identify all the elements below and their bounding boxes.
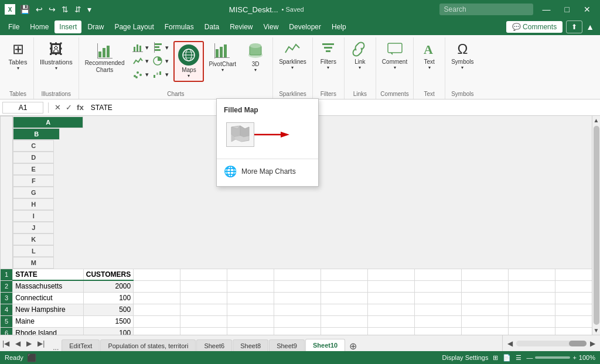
cell-l5[interactable] bbox=[555, 315, 592, 327]
sort-desc-button[interactable]: ⇵ bbox=[72, 4, 84, 15]
more-map-charts-item[interactable]: 🌐 More Map Charts bbox=[217, 162, 318, 181]
cell-l6[interactable] bbox=[555, 327, 592, 335]
menu-draw[interactable]: Draw bbox=[83, 20, 108, 33]
col-header-k[interactable]: K bbox=[13, 233, 54, 245]
h-scroll-left[interactable]: ◀ bbox=[505, 338, 515, 349]
cell-h1[interactable] bbox=[368, 269, 415, 280]
cell-k6[interactable] bbox=[509, 327, 555, 335]
cell-j4[interactable] bbox=[462, 304, 509, 315]
cell-a4[interactable]: New Hampshire bbox=[13, 304, 84, 315]
cell-c6[interactable] bbox=[134, 327, 180, 335]
cell-f2[interactable] bbox=[274, 280, 321, 292]
cell-a2[interactable]: Massachusetts bbox=[13, 280, 84, 292]
sheet-tab-edittext[interactable]: EditText bbox=[62, 339, 100, 351]
display-settings[interactable]: Display Settings bbox=[442, 354, 489, 361]
col-header-b[interactable]: B bbox=[13, 128, 60, 140]
cell-l1[interactable] bbox=[555, 269, 592, 280]
cell-d2[interactable] bbox=[180, 280, 227, 292]
cell-d1[interactable] bbox=[180, 269, 227, 280]
cell-e5[interactable] bbox=[227, 315, 274, 327]
cell-h3[interactable] bbox=[368, 292, 415, 304]
cell-f1[interactable] bbox=[274, 269, 321, 280]
sheet-tab-sheet10[interactable]: Sheet10 bbox=[305, 339, 345, 351]
cell-g5[interactable] bbox=[321, 315, 368, 327]
row-number-2[interactable]: 2 bbox=[1, 280, 13, 292]
cell-i6[interactable] bbox=[415, 327, 462, 335]
sheet-tab-sheet8[interactable]: Sheet8 bbox=[233, 339, 268, 351]
close-button[interactable]: ✕ bbox=[579, 2, 595, 16]
scroll-thumb[interactable] bbox=[594, 126, 599, 325]
sort-asc-button[interactable]: ⇅ bbox=[59, 4, 71, 15]
zoom-slider[interactable] bbox=[535, 356, 570, 359]
cell-g1[interactable] bbox=[321, 269, 368, 280]
sheet-prev-button[interactable]: ◀ bbox=[13, 338, 23, 349]
cell-a6[interactable]: Rhode Island bbox=[13, 327, 84, 335]
pie-chart-button[interactable]: ▾ bbox=[151, 54, 170, 67]
illustrations-button[interactable]: 🖼 Illustrations ▾ bbox=[36, 39, 76, 73]
save-button[interactable]: 💾 bbox=[18, 4, 32, 15]
cell-g3[interactable] bbox=[321, 292, 368, 304]
ribbon-collapse-button[interactable]: ▲ bbox=[584, 21, 596, 33]
share-button[interactable]: ⬆ bbox=[566, 20, 582, 33]
cell-h6[interactable] bbox=[368, 327, 415, 335]
cell-c5[interactable] bbox=[134, 315, 180, 327]
recommended-charts-button[interactable]: RecommendedCharts bbox=[81, 41, 128, 76]
scatter-chart-button[interactable]: ▾ bbox=[131, 68, 150, 81]
col-header-e[interactable]: E bbox=[13, 163, 54, 175]
col-header-d[interactable]: D bbox=[13, 152, 54, 163]
cell-a5[interactable]: Maine bbox=[13, 315, 84, 327]
sheet-first-button[interactable]: |◀ bbox=[0, 338, 12, 349]
cell-h2[interactable] bbox=[368, 280, 415, 292]
menu-page-layout[interactable]: Page Layout bbox=[110, 20, 158, 33]
sheet-tab-sheet6[interactable]: Sheet6 bbox=[196, 339, 232, 351]
sheet-last-button[interactable]: ▶| bbox=[35, 338, 47, 349]
sheet-tab-sheet9[interactable]: Sheet9 bbox=[269, 339, 305, 351]
formula-input[interactable] bbox=[87, 104, 598, 112]
cell-b6[interactable]: 100 bbox=[83, 327, 133, 335]
cell-g6[interactable] bbox=[321, 327, 368, 335]
3d-map-button[interactable]: 3D ▾ bbox=[241, 41, 270, 75]
link-button[interactable]: Link ▾ bbox=[347, 39, 373, 73]
cell-j2[interactable] bbox=[462, 280, 509, 292]
cell-i5[interactable] bbox=[415, 315, 462, 327]
sparklines-button[interactable]: Sparklines ▾ bbox=[275, 39, 310, 73]
cell-c3[interactable] bbox=[134, 292, 180, 304]
cell-b2[interactable]: 2000 bbox=[83, 280, 133, 292]
cell-e3[interactable] bbox=[227, 292, 274, 304]
confirm-formula-button[interactable]: ✓ bbox=[64, 102, 73, 113]
minimize-button[interactable]: — bbox=[538, 2, 555, 16]
col-header-l[interactable]: L bbox=[13, 245, 54, 257]
text-button[interactable]: A Text ▾ bbox=[416, 39, 442, 73]
menu-file[interactable]: File bbox=[4, 20, 24, 33]
menu-formulas[interactable]: Formulas bbox=[160, 20, 199, 33]
filters-button[interactable]: Filters ▾ bbox=[315, 39, 342, 73]
cell-b5[interactable]: 1500 bbox=[83, 315, 133, 327]
page-break-view-icon[interactable]: ☰ bbox=[516, 354, 521, 362]
cell-l4[interactable] bbox=[555, 304, 592, 315]
menu-data[interactable]: Data bbox=[200, 20, 224, 33]
cell-k5[interactable] bbox=[509, 315, 555, 327]
cell-f5[interactable] bbox=[274, 315, 321, 327]
scroll-up-arrow[interactable]: ▲ bbox=[592, 116, 600, 125]
column-chart-button[interactable]: ▾ bbox=[131, 41, 150, 54]
cell-e6[interactable] bbox=[227, 327, 274, 335]
sheet-tab-population[interactable]: Population of states, territori bbox=[100, 339, 196, 351]
cell-i3[interactable] bbox=[415, 292, 462, 304]
add-sheet-button[interactable]: ⊕ bbox=[346, 341, 360, 351]
col-header-h[interactable]: H bbox=[13, 198, 54, 210]
page-layout-view-icon[interactable]: 📄 bbox=[503, 354, 511, 362]
menu-help[interactable]: Help bbox=[327, 20, 351, 33]
redo-button[interactable]: ↪ bbox=[46, 4, 58, 15]
zoom-level[interactable]: 100% bbox=[579, 354, 595, 361]
undo-button[interactable]: ↩ bbox=[33, 4, 45, 15]
cell-c2[interactable] bbox=[134, 280, 180, 292]
cell-k1[interactable] bbox=[509, 269, 555, 280]
cell-b1[interactable]: CUSTOMERS bbox=[83, 269, 133, 280]
col-header-a[interactable]: A bbox=[13, 116, 83, 128]
cell-b3[interactable]: 100 bbox=[83, 292, 133, 304]
scroll-down-arrow[interactable]: ▼ bbox=[592, 326, 600, 335]
cell-reference-input[interactable] bbox=[2, 102, 43, 114]
row-number-6[interactable]: 6 bbox=[1, 327, 13, 335]
cell-c4[interactable] bbox=[134, 304, 180, 315]
vertical-scrollbar[interactable]: ▲ ▼ bbox=[592, 116, 600, 335]
